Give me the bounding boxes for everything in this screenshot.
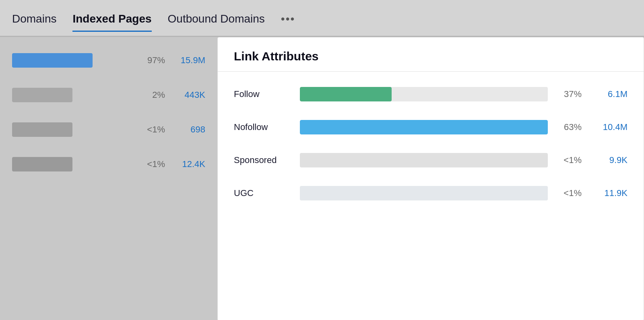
left-panel: 97% 15.9M 2% 443K <1% 698 <1% 12.4K xyxy=(0,37,217,320)
attribute-bar-fill xyxy=(300,186,548,200)
value-label[interactable]: 15.9M xyxy=(173,55,205,66)
tab-domains[interactable]: Domains xyxy=(12,12,56,32)
more-tabs-button[interactable]: ••• xyxy=(281,12,295,32)
link-attributes-card: Link Attributes Follow 37% 6.1M Nofollow xyxy=(217,37,644,320)
attribute-percent: 63% xyxy=(557,122,582,132)
attribute-value[interactable]: 9.9K xyxy=(591,155,627,165)
bar-container xyxy=(12,122,137,137)
percent-label: 97% xyxy=(145,55,165,66)
right-panel: Link Attributes Follow 37% 6.1M Nofollow xyxy=(217,37,644,320)
bar-fill xyxy=(12,122,72,137)
attribute-percent: 37% xyxy=(557,89,582,99)
attribute-label: Follow xyxy=(234,89,290,99)
data-row: <1% 12.4K xyxy=(12,157,205,171)
bar-container xyxy=(12,157,137,171)
attribute-bar-fill xyxy=(300,120,548,134)
value-label[interactable]: 12.4K xyxy=(173,159,205,169)
card-body: Follow 37% 6.1M Nofollow 63% 10.4M xyxy=(218,72,644,216)
bar-fill xyxy=(12,157,72,171)
attribute-row-follow: Follow 37% 6.1M xyxy=(234,80,627,109)
main-content: 97% 15.9M 2% 443K <1% 698 <1% 12.4K xyxy=(0,37,644,320)
attribute-label: Sponsored xyxy=(234,155,290,165)
card-header: Link Attributes xyxy=(218,37,644,72)
attribute-percent: <1% xyxy=(557,188,582,198)
bar-container xyxy=(12,53,137,68)
card-title: Link Attributes xyxy=(234,50,627,63)
data-row: <1% 698 xyxy=(12,122,205,137)
bar-fill xyxy=(12,53,93,68)
attribute-bar-fill xyxy=(300,153,548,167)
attribute-row-sponsored: Sponsored <1% 9.9K xyxy=(234,146,627,175)
attribute-bar-container xyxy=(300,87,548,101)
attribute-value[interactable]: 10.4M xyxy=(591,122,627,132)
data-row: 97% 15.9M xyxy=(12,53,205,68)
top-navigation: Domains Indexed Pages Outbound Domains •… xyxy=(0,0,644,36)
percent-label: <1% xyxy=(145,124,165,135)
attribute-percent: <1% xyxy=(557,155,582,165)
tab-indexed-pages[interactable]: Indexed Pages xyxy=(72,12,151,32)
attribute-row-ugc: UGC <1% 11.9K xyxy=(234,179,627,208)
value-label[interactable]: 443K xyxy=(173,90,205,100)
attribute-bar-container xyxy=(300,153,548,167)
bar-fill xyxy=(12,88,72,102)
attribute-bar-container xyxy=(300,186,548,200)
percent-label: 2% xyxy=(145,90,165,100)
percent-label: <1% xyxy=(145,159,165,169)
bar-container xyxy=(12,88,137,102)
value-label[interactable]: 698 xyxy=(173,124,205,135)
attribute-value[interactable]: 6.1M xyxy=(591,89,627,99)
data-row: 2% 443K xyxy=(12,88,205,102)
tab-outbound-domains[interactable]: Outbound Domains xyxy=(168,12,265,32)
attribute-label: UGC xyxy=(234,188,290,198)
attribute-value[interactable]: 11.9K xyxy=(591,188,627,198)
attribute-bar-fill xyxy=(300,87,392,101)
attribute-label: Nofollow xyxy=(234,122,290,132)
attribute-bar-container xyxy=(300,120,548,134)
attribute-row-nofollow: Nofollow 63% 10.4M xyxy=(234,113,627,142)
